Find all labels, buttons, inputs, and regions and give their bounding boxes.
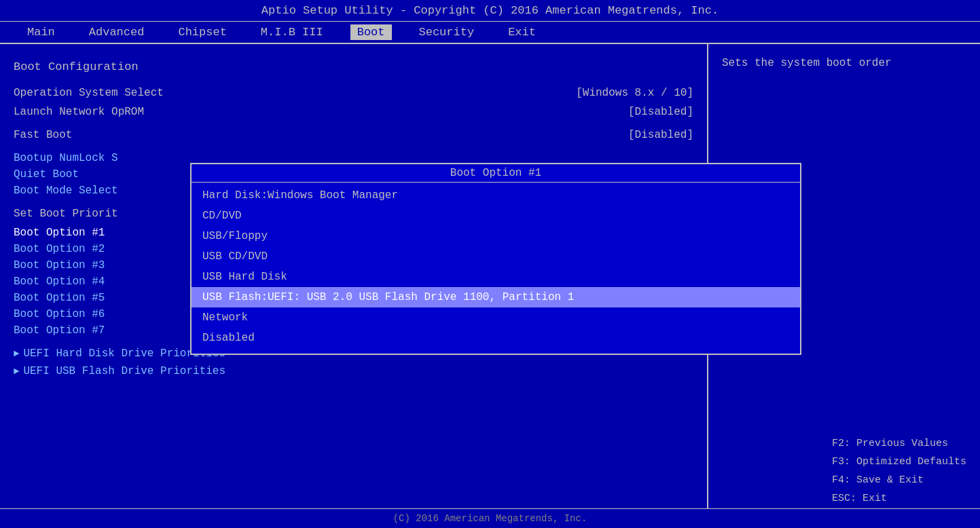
arrow-icon-hdd: ►: [14, 348, 19, 359]
os-select-label: Operation System Select: [14, 87, 164, 99]
modal-option-usbcddvd[interactable]: USB CD/DVD: [192, 246, 800, 267]
modal-title: Boot Option #1: [192, 164, 800, 183]
menu-item-boot[interactable]: Boot: [350, 24, 392, 40]
menu-item-advanced[interactable]: Advanced: [82, 24, 151, 40]
uefi-usb-label: UEFI USB Flash Drive Priorities: [23, 365, 225, 377]
boot-option-modal: Boot Option #1 Hard Disk:Windows Boot Ma…: [190, 163, 801, 355]
fast-boot-label: Fast Boot: [14, 129, 72, 141]
menu-item-security[interactable]: Security: [412, 24, 482, 40]
help-text: Sets the system boot order: [722, 55, 966, 71]
bottom-bar: (C) 2016 American Megatrends, Inc.: [0, 508, 980, 528]
setting-row-os[interactable]: Operation System Select [Windows 8.x / 1…: [14, 87, 693, 99]
network-oprom-label: Launch Network OpROM: [14, 106, 144, 118]
setting-row-network-oprom[interactable]: Launch Network OpROM [Disabled]: [14, 106, 693, 118]
menu-item-chipset[interactable]: Chipset: [171, 24, 233, 40]
modal-option-usbharddisk[interactable]: USB Hard Disk: [192, 267, 800, 287]
network-oprom-value: [Disabled]: [628, 106, 693, 118]
menu-bar: Main Advanced Chipset M.I.B III Boot Sec…: [0, 22, 980, 44]
fast-boot-value: [Disabled]: [628, 129, 693, 141]
menu-item-mib[interactable]: M.I.B III: [254, 24, 330, 40]
os-select-value: [Windows 8.x / 10]: [576, 87, 693, 99]
menu-item-exit[interactable]: Exit: [501, 24, 543, 40]
menu-item-main[interactable]: Main: [20, 24, 62, 40]
shortcut-f4: F4: Save & Exit: [832, 471, 966, 489]
modal-option-usbflash[interactable]: USB Flash:UEFI: USB 2.0 USB Flash Drive …: [192, 287, 800, 307]
modal-option-disabled[interactable]: Disabled: [192, 328, 800, 348]
title-bar: Aptio Setup Utility - Copyright (C) 2016…: [0, 0, 980, 22]
bottom-bar-text: (C) 2016 American Megatrends, Inc.: [393, 513, 587, 524]
shortcut-list: F2: Previous Values F3: Optimized Defaul…: [832, 434, 966, 508]
shortcut-f3: F3: Optimized Defaults: [832, 453, 966, 471]
setting-row-fast-boot[interactable]: Fast Boot [Disabled]: [14, 129, 693, 141]
shortcut-esc: ESC: Exit: [832, 489, 966, 508]
modal-option-cddvd[interactable]: CD/DVD: [192, 206, 800, 226]
section-title: Boot Configuration: [14, 60, 693, 73]
modal-option-network[interactable]: Network: [192, 307, 800, 328]
title-text: Aptio Setup Utility - Copyright (C) 2016…: [261, 4, 719, 17]
boot-option-7-label: Boot Option #7: [14, 324, 105, 337]
modal-option-hdd[interactable]: Hard Disk:Windows Boot Manager: [192, 185, 800, 206]
uefi-usb-priorities-link[interactable]: ► UEFI USB Flash Drive Priorities: [14, 365, 693, 377]
arrow-icon-usb: ►: [14, 366, 19, 377]
shortcut-f2: F2: Previous Values: [832, 434, 966, 453]
modal-option-usbfloppy[interactable]: USB/Floppy: [192, 226, 800, 246]
